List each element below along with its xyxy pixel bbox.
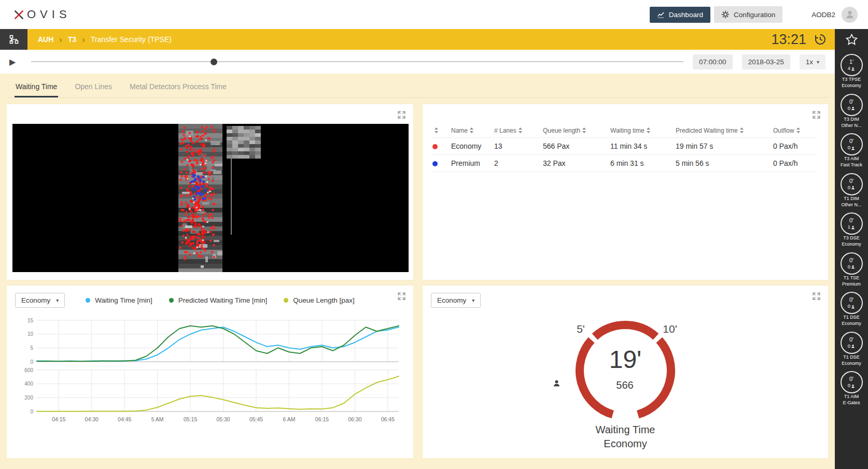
chart-legend: Waiting Time [min]Predicted Waiting Time… [86, 296, 354, 304]
topbar-right: Dashboard Configuration AODB2 [650, 6, 858, 23]
badge-label-line2: Economy [842, 83, 861, 89]
queue-select[interactable]: Economy ▾ [431, 293, 481, 308]
speed-select[interactable]: 1x ▾ [800, 54, 825, 69]
column-header[interactable]: Queue length [541, 124, 608, 138]
breadcrumb: AUH › T3 › Transfer Security (TPSE) [38, 35, 172, 44]
badge-label-line1: T3 TPSE [842, 77, 861, 82]
person-icon [851, 67, 855, 71]
breadcrumb-item-t3[interactable]: T3 [68, 35, 76, 44]
table-row[interactable]: Economy13566 Pax11 min 34 s19 min 57 s0 … [430, 138, 818, 155]
queue-badge[interactable]: 1'4T3 TPSEEconomy [841, 54, 863, 89]
slider-handle[interactable] [211, 59, 217, 65]
gauge-value: 19' [553, 345, 698, 374]
waiting-time-gauge: 5' 10' 19' 566 [553, 316, 698, 421]
expand-icon[interactable] [396, 109, 408, 122]
main-column: AUH › T3 › Transfer Security (TPSE) 13:2… [0, 29, 835, 469]
queue-badge[interactable]: 0'0T1 DIMOther N... [841, 173, 863, 208]
line-chart-icon [657, 11, 665, 19]
queue-badge[interactable]: 0'0T1 TSEPremium [841, 252, 863, 288]
tab-metal-detectors-process-time[interactable]: Metal Detectors Process Time [129, 79, 228, 97]
breadcrumb-item-auh[interactable]: AUH [38, 35, 53, 44]
badge-pax: 4 [848, 66, 855, 71]
card-grid: Name# LanesQueue lengthWaiting timePredi… [7, 104, 828, 458]
person-icon [851, 344, 855, 348]
playback-bar: ▶ 07:00:00 2018-03-25 1x ▾ [0, 50, 835, 74]
person-icon [851, 186, 855, 190]
column-header[interactable] [430, 124, 449, 138]
person-icon [851, 106, 855, 110]
tab-open-lines[interactable]: Open Lines [74, 79, 113, 97]
tree-toggle-button[interactable] [0, 29, 27, 50]
caret-down-icon: ▾ [472, 297, 474, 303]
chevron-right-icon: › [82, 35, 85, 44]
column-header[interactable]: # Lanes [492, 124, 541, 138]
expand-icon[interactable] [396, 290, 408, 304]
svg-text:6 AM: 6 AM [283, 416, 296, 422]
gauge-tick-low: 5' [577, 323, 585, 335]
legend-color-dot [284, 298, 288, 303]
user-label: AODB2 [811, 11, 835, 19]
timeline-slider[interactable] [31, 58, 683, 65]
svg-text:06:15: 06:15 [315, 416, 329, 422]
time-display[interactable]: 07:00:00 [693, 54, 733, 69]
column-header[interactable]: Predicted Waiting time [674, 124, 771, 138]
queue-badge[interactable]: 0'0T3 DIMOther N... [841, 94, 863, 129]
badge-circle: 0'0 [841, 173, 863, 195]
badge-label-line1: T1 AIM [844, 394, 859, 400]
column-header[interactable]: Waiting time [608, 124, 674, 138]
sort-icon [796, 127, 800, 133]
tab-waiting-time[interactable]: Waiting Time [15, 79, 58, 97]
avatar[interactable] [842, 7, 858, 23]
badge-minutes: 0' [849, 258, 853, 263]
badge-label-line1: T1 DIM [844, 196, 859, 202]
queue-badge[interactable]: 0'0T1 DSEEconomy [841, 332, 863, 367]
queue-badge[interactable]: 0'0T1 DSEEconomy [841, 292, 863, 327]
queue-badge[interactable]: 0'0T3 AIMFast Track [841, 133, 863, 168]
camera-panel [7, 104, 413, 280]
badge-label-line1: T1 DSE [843, 315, 860, 320]
favorites-star-icon[interactable] [845, 33, 858, 48]
badge-circle: 0'0 [841, 332, 863, 354]
camera-view [12, 124, 409, 272]
badge-label-line2: Other N... [841, 202, 861, 208]
expand-icon[interactable] [810, 109, 822, 122]
person-icon [845, 10, 855, 19]
svg-text:04:45: 04:45 [118, 416, 131, 422]
badge-label-line2: Economy [842, 361, 861, 366]
gauge-pax: 566 [553, 379, 698, 391]
trend-chart-panel: Economy ▾ Waiting Time [min]Predicted Wa… [7, 286, 413, 458]
logo-text: OVIS [27, 8, 71, 21]
queue-badge[interactable]: 0'0T1 AIME-Gates [841, 371, 863, 406]
gear-icon [721, 10, 730, 19]
column-header[interactable]: Name [449, 124, 492, 138]
dashboard-content: Waiting Time Open Lines Metal Detectors … [0, 74, 835, 469]
history-button[interactable] [814, 33, 827, 46]
dashboard-button[interactable]: Dashboard [650, 7, 710, 23]
person-icon [851, 305, 855, 309]
expand-icon[interactable] [810, 290, 822, 304]
queue-select[interactable]: Economy ▾ [15, 293, 65, 308]
badge-pax: 0 [848, 185, 855, 190]
svg-text:10: 10 [27, 331, 34, 337]
badge-minutes: 0' [849, 376, 853, 382]
play-button[interactable]: ▶ [9, 57, 22, 67]
badge-label-line1: T3 DIM [844, 117, 859, 122]
column-header[interactable]: Outflow [771, 124, 818, 138]
badge-label-line2: Other N... [841, 123, 861, 129]
svg-text:0: 0 [30, 359, 33, 364]
date-display[interactable]: 2018-03-25 [742, 54, 790, 69]
queue-badge[interactable]: 0'1T3 DSEEconomy [841, 212, 863, 248]
svg-text:06:45: 06:45 [381, 416, 395, 422]
badge-pax: 0 [848, 145, 855, 150]
configuration-button[interactable]: Configuration [714, 6, 782, 23]
speed-value: 1x [806, 58, 813, 66]
legend-color-dot [169, 298, 174, 303]
row-color-dot [432, 161, 438, 166]
table-header-row: Name# LanesQueue lengthWaiting timePredi… [430, 124, 818, 138]
table-row[interactable]: Premium232 Pax6 min 31 s5 min 56 s0 Pax/… [430, 155, 818, 172]
configuration-label: Configuration [734, 11, 775, 19]
svg-text:04:30: 04:30 [85, 416, 99, 422]
sort-icon [519, 127, 522, 133]
badge-circle: 0'0 [841, 94, 863, 116]
history-clock-icon [814, 33, 827, 46]
